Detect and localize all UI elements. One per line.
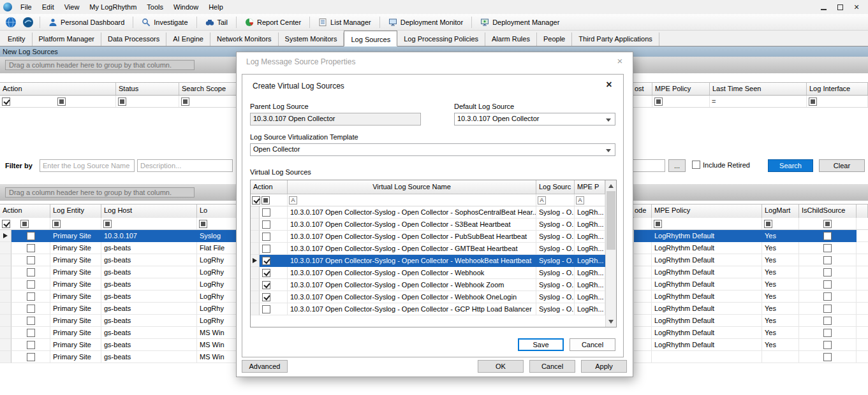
row-checkbox[interactable] (262, 269, 270, 277)
row-checkbox[interactable] (262, 220, 270, 229)
row-checkbox[interactable] (262, 257, 270, 265)
tab[interactable]: Alarm Rules (485, 32, 537, 46)
filter-icon[interactable] (103, 220, 112, 228)
ischildsource-checkbox[interactable] (823, 292, 832, 301)
virtual-log-source-row[interactable]: 10.3.0.107 Open Collector-Syslog - Open … (251, 279, 616, 291)
ischildsource-checkbox[interactable] (823, 232, 832, 240)
default-log-source-select[interactable]: 10.3.0.107 Open Collector (454, 113, 615, 126)
tab[interactable]: Third Party Applications (572, 32, 659, 46)
log-source-name-input[interactable] (40, 159, 135, 172)
virtualization-template-select[interactable]: Open Collector (250, 143, 615, 156)
menu-item[interactable]: Window (168, 1, 203, 13)
personal-dashboard-button[interactable]: Personal Dashboard (44, 15, 129, 29)
column-header-action[interactable]: Action (0, 83, 116, 95)
row-checkbox[interactable] (262, 233, 270, 241)
menu-item[interactable]: Edit (37, 1, 59, 13)
row-checkbox[interactable] (262, 245, 270, 253)
filter-icon[interactable] (654, 97, 663, 106)
advanced-button[interactable]: Advanced (242, 360, 288, 373)
sphere-icon[interactable] (20, 15, 36, 29)
filter-icon[interactable] (823, 220, 832, 228)
column-header-status[interactable]: Status (116, 83, 179, 95)
report-center-button[interactable]: Report Center (240, 15, 305, 29)
column-header-mpe-policy[interactable]: MPE P (575, 180, 605, 194)
include-retired-checkbox[interactable]: Include Retired (692, 161, 750, 169)
virtual-log-source-row[interactable]: 10.3.0.107 Open Collector-Syslog - Open … (251, 291, 616, 303)
row-checkbox[interactable] (27, 268, 35, 276)
select-all-checkbox[interactable] (2, 220, 10, 228)
column-header-action[interactable]: Action (251, 180, 288, 194)
close-icon[interactable] (615, 56, 625, 66)
ok-button[interactable]: OK (478, 360, 524, 373)
deployment-monitor-button[interactable]: Deployment Monitor (384, 15, 467, 29)
ischildsource-checkbox[interactable] (823, 244, 832, 252)
row-checkbox[interactable] (27, 353, 35, 361)
globe-icon[interactable] (3, 15, 18, 29)
column-header-mpe-policy[interactable]: MPE Policy (652, 83, 710, 95)
row-checkbox[interactable] (262, 305, 270, 313)
virtual-log-source-row[interactable]: 10.3.0.107 Open Collector-Syslog - Open … (251, 267, 616, 279)
filter-icon[interactable] (57, 97, 66, 106)
row-checkbox[interactable] (27, 329, 35, 337)
scrollbar[interactable] (605, 180, 616, 327)
ischildsource-checkbox[interactable] (823, 341, 832, 349)
column-header-action[interactable]: Action (0, 205, 50, 218)
tab[interactable]: Log Sources (344, 31, 397, 47)
column-header-mode-tail[interactable]: ode (634, 205, 652, 218)
tab[interactable]: AI Engine (166, 32, 210, 46)
scrollbar-thumb[interactable] (607, 191, 615, 250)
investigate-button[interactable]: Investigate (137, 15, 192, 29)
filter-icon[interactable] (764, 220, 772, 228)
auto-filter-icon[interactable]: A (576, 196, 584, 205)
filter-icon[interactable] (654, 220, 662, 228)
tab[interactable]: Log Processing Policies (397, 32, 485, 46)
save-button[interactable]: Save (518, 338, 564, 351)
description-input[interactable] (137, 159, 233, 172)
cancel-button[interactable]: Cancel (570, 338, 615, 351)
cancel-button[interactable]: Cancel (529, 360, 575, 373)
row-checkbox[interactable] (262, 293, 270, 301)
row-checkbox[interactable] (27, 305, 35, 313)
auto-filter-icon[interactable]: A (538, 196, 546, 205)
row-checkbox[interactable] (27, 244, 35, 252)
column-header-host-tail[interactable]: ost (634, 83, 652, 95)
virtual-log-source-row[interactable]: 10.3.0.107 Open Collector-Syslog - Open … (251, 255, 616, 267)
equals-operator[interactable]: = (712, 97, 716, 105)
ischildsource-checkbox[interactable] (823, 353, 832, 361)
browse-button[interactable]: ... (668, 159, 686, 172)
tab[interactable]: Data Processors (101, 32, 166, 46)
column-header-virtual-log-source-name[interactable]: Virtual Log Source Name (288, 180, 536, 194)
ischildsource-checkbox[interactable] (823, 317, 832, 325)
apply-button[interactable]: Apply (581, 360, 627, 373)
ischildsource-checkbox[interactable] (823, 268, 832, 276)
column-header-log-host[interactable]: Log Host (101, 205, 197, 218)
menu-item[interactable]: File (15, 1, 37, 13)
row-checkbox[interactable] (27, 256, 35, 264)
column-header-logmart[interactable]: LogMart (762, 205, 799, 218)
tab[interactable]: People (537, 32, 572, 46)
select-all-checkbox[interactable] (252, 196, 260, 205)
ischildsource-checkbox[interactable] (823, 280, 832, 289)
column-header-log-entity[interactable]: Log Entity (50, 205, 101, 218)
clear-button[interactable]: Clear (819, 159, 865, 172)
menu-item[interactable]: View (59, 1, 85, 13)
row-checkbox[interactable] (262, 281, 270, 289)
row-checkbox[interactable] (27, 341, 35, 349)
scroll-down-icon[interactable] (606, 316, 616, 327)
tab[interactable]: Entity (1, 32, 33, 46)
ischildsource-checkbox[interactable] (823, 329, 832, 337)
column-header-log-source[interactable]: Log Sourc (536, 180, 575, 194)
ischildsource-checkbox[interactable] (823, 305, 832, 313)
window-close-icon[interactable] (851, 2, 862, 12)
virtual-log-source-row[interactable]: 10.3.0.107 Open Collector-Syslog - Open … (251, 219, 616, 231)
filter-icon[interactable] (809, 97, 817, 106)
column-header-ischildsource[interactable]: IsChildSource (799, 205, 857, 218)
column-header-last-time-seen[interactable]: Last Time Seen (710, 83, 807, 95)
virtual-log-source-row[interactable]: 10.3.0.107 Open Collector-Syslog - Open … (251, 243, 616, 255)
row-checkbox[interactable] (27, 232, 35, 240)
list-manager-button[interactable]: List Manager (314, 15, 376, 29)
virtual-log-source-row[interactable]: 10.3.0.107 Open Collector-Syslog - Open … (251, 206, 616, 219)
row-checkbox[interactable] (27, 280, 35, 289)
menu-item[interactable]: Tools (142, 1, 168, 13)
ischildsource-checkbox[interactable] (823, 256, 832, 264)
